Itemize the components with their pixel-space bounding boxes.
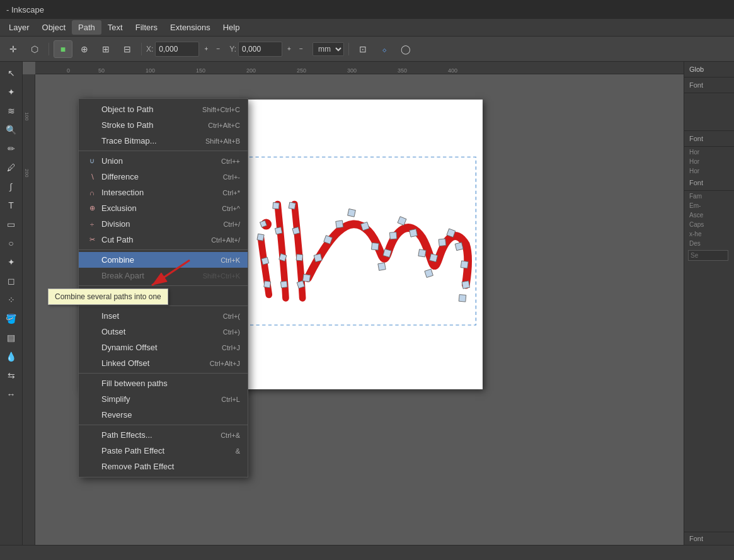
menu-break-apart[interactable]: Break Apart Shift+Ctrl+K (79, 268, 248, 283)
menu-simplify[interactable]: Simplify Ctrl+L (79, 391, 248, 407)
x-decrement[interactable]: − (213, 40, 223, 58)
tool-rect[interactable]: ▭ (3, 215, 20, 233)
menu-text[interactable]: Text (101, 20, 129, 35)
tool-gradient[interactable]: ▤ (3, 329, 20, 346)
svg-rect-22 (264, 281, 271, 288)
svg-rect-51 (462, 281, 469, 289)
menu-bar: Layer Object Path Text Filters Extension… (0, 19, 734, 37)
tool-text[interactable]: T (3, 197, 20, 214)
tool-arrow[interactable]: ↖ (3, 64, 20, 82)
tool-pencil[interactable]: ✏ (3, 140, 20, 157)
division-icon: ÷ (86, 220, 98, 229)
y-decrement[interactable]: − (296, 40, 306, 58)
tool-select[interactable]: ✛ (4, 40, 23, 58)
font-search-input[interactable] (688, 250, 728, 261)
menu-object-to-path[interactable]: Object to Path Shift+Ctrl+C (79, 101, 248, 117)
svg-rect-44 (418, 249, 426, 257)
desc-label: Des (684, 238, 734, 248)
difference-icon: ∖ (86, 173, 98, 181)
svg-rect-25 (275, 227, 282, 234)
node-smooth[interactable]: ◯ (396, 40, 415, 58)
tool-star[interactable]: ✦ (3, 253, 20, 271)
menu-difference[interactable]: ∖ Difference Ctrl+- (79, 169, 248, 185)
title-bar: - Inkscape (0, 0, 734, 19)
ruler-horizontal: 0 50 100 150 200 250 300 350 400 (35, 62, 684, 74)
y-input[interactable] (238, 42, 282, 57)
menu-path[interactable]: Path (72, 20, 101, 35)
tool-zoom[interactable]: 🔍 (3, 121, 20, 139)
tool-measure[interactable]: ↔ (3, 386, 20, 403)
ruler-v-mark-100: 100 (24, 112, 30, 120)
svg-rect-38 (371, 243, 379, 250)
menu-trace-bitmap[interactable]: Trace Bitmap... Shift+Alt+B (79, 133, 248, 149)
split-path-icon (86, 292, 98, 300)
tool-node-edit[interactable]: ✦ (3, 83, 20, 101)
y-label: Y: (229, 45, 236, 54)
tool-pen[interactable]: 🖊 (3, 159, 20, 176)
menu-cut-path[interactable]: ✂ Cut Path Ctrl+Alt+/ (79, 232, 248, 248)
menu-fill-between-paths[interactable]: Fill between paths (79, 375, 248, 391)
x-input[interactable] (155, 42, 199, 57)
svg-rect-43 (410, 229, 418, 237)
node-corner[interactable]: ⬦ (375, 40, 394, 58)
menu-dynamic-offset[interactable]: Dynamic Offset Ctrl+J (79, 340, 248, 355)
menu-paste-path-effect[interactable]: Paste Path Effect & (79, 443, 248, 459)
tool-fill[interactable]: 🪣 (3, 310, 20, 328)
menu-sep-1 (79, 151, 248, 151)
menu-remove-path-effect[interactable]: Remove Path Effect (79, 459, 248, 474)
menu-sep-4 (79, 306, 248, 306)
toolbar-sep-2 (141, 43, 142, 55)
menu-inset[interactable]: Inset Ctrl+( (79, 308, 248, 324)
svg-rect-30 (296, 254, 302, 261)
menu-exclusion[interactable]: ⊕ Exclusion Ctrl+^ (79, 200, 248, 216)
snap-bbox[interactable]: ⊞ (96, 40, 115, 58)
exclusion-icon: ⊕ (86, 204, 98, 213)
snap-guide[interactable]: ⊟ (118, 40, 137, 58)
tool-node[interactable]: ⬡ (25, 40, 44, 58)
menu-split-path[interactable]: Split Path (79, 288, 248, 304)
ruler-h-mark-200: 200 (246, 67, 256, 74)
y-increment[interactable]: + (284, 40, 294, 58)
svg-rect-20 (257, 234, 264, 241)
cut-path-icon: ✂ (86, 236, 98, 244)
simplify-icon (86, 395, 98, 404)
x-coord-field: X: + − (146, 40, 223, 58)
tool-3d[interactable]: ◻ (3, 272, 20, 290)
tool-connector[interactable]: ⇆ (3, 367, 20, 384)
menu-division[interactable]: ÷ Division Ctrl+/ (79, 216, 248, 232)
menu-extensions[interactable]: Extensions (164, 20, 217, 35)
snap-node[interactable]: ⊕ (75, 40, 94, 58)
menu-help[interactable]: Help (217, 20, 246, 35)
tool-spray[interactable]: ⁘ (3, 291, 20, 309)
menu-reverse[interactable]: Reverse (79, 407, 248, 423)
unit-select[interactable]: mm px pt (313, 42, 344, 56)
snap-toggle[interactable]: ■ (54, 40, 72, 58)
family-label: Fam (684, 191, 734, 200)
paste-path-effect-icon (86, 447, 98, 455)
x-increment[interactable]: + (201, 40, 211, 58)
menu-union[interactable]: ∪ Union Ctrl++ (79, 153, 248, 169)
menu-stroke-to-path[interactable]: Stroke to Path Ctrl+Alt+C (79, 117, 248, 133)
menu-linked-offset[interactable]: Linked Offset Ctrl+Alt+J (79, 355, 248, 371)
remove-path-effect-icon (86, 462, 98, 471)
menu-path-effects[interactable]: Path Effects... Ctrl+& (79, 427, 248, 443)
tool-circle[interactable]: ○ (3, 234, 20, 252)
menu-filters[interactable]: Filters (129, 20, 164, 35)
tool-dropper[interactable]: 💧 (3, 348, 20, 365)
menu-object[interactable]: Object (36, 20, 72, 35)
menu-layer[interactable]: Layer (3, 20, 36, 35)
menu-outset[interactable]: Outset Ctrl+) (79, 324, 248, 340)
object-to-path-icon (86, 105, 98, 114)
tool-calligraphy[interactable]: ∫ (3, 178, 20, 195)
ascent-label: Asce (684, 210, 734, 219)
ruler-h-mark-350: 350 (398, 67, 407, 74)
status-bar (0, 545, 734, 560)
menu-intersection[interactable]: ∩ Intersection Ctrl+* (79, 185, 248, 200)
tool-tweak[interactable]: ≋ (3, 102, 20, 120)
zoom-fit[interactable]: ⊡ (353, 40, 372, 58)
dynamic-offset-icon (86, 343, 98, 352)
right-panel-glob-tab[interactable]: Glob (684, 62, 734, 77)
menu-combine[interactable]: Combine Ctrl+K (79, 252, 248, 268)
font-section-label: Font (689, 135, 703, 142)
font-bottom-label: Font (689, 535, 729, 542)
